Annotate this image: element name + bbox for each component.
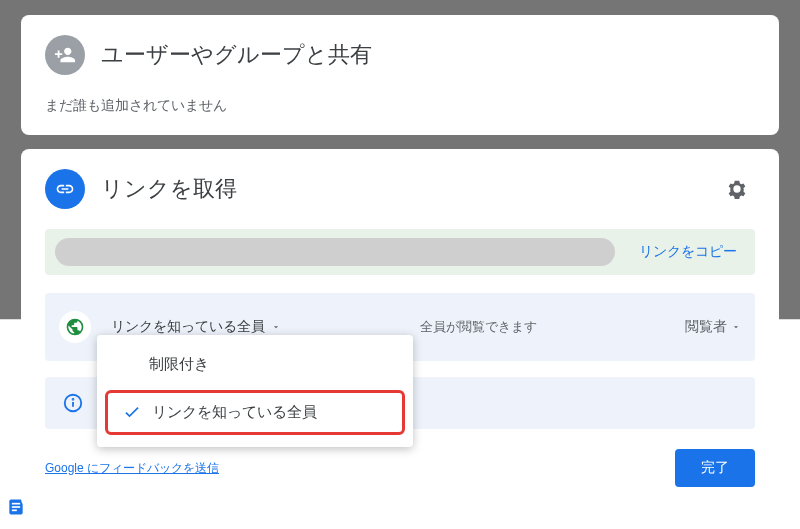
link-title: リンクを取得: [101, 174, 237, 204]
role-label: 閲覧者: [685, 318, 727, 336]
role-dropdown[interactable]: 閲覧者: [685, 318, 741, 336]
share-panel: ユーザーやグループと共有 まだ誰も追加されていません: [21, 15, 779, 135]
link-icon: [45, 169, 85, 209]
feedback-link[interactable]: Google にフィードバックを送信: [45, 460, 219, 477]
svg-rect-2: [12, 506, 20, 508]
access-scope-menu: 制限付き リンクを知っている全員: [97, 335, 413, 447]
footer-row: Google にフィードバックを送信 完了: [45, 449, 755, 487]
link-panel: リンクを取得 リンクをコピー リンクを知っている全員 全: [21, 149, 779, 507]
copy-link-button[interactable]: リンクをコピー: [627, 235, 749, 269]
svg-point-6: [73, 399, 74, 400]
menu-item-label: リンクを知っている全員: [152, 403, 317, 422]
dialog-container: ユーザーやグループと共有 まだ誰も追加されていません リンクを取得 リンクをコピ…: [21, 15, 779, 521]
person-add-icon: [45, 35, 85, 75]
share-title: ユーザーやグループと共有: [101, 40, 372, 70]
chevron-down-icon: [271, 319, 281, 335]
access-description: 全員が閲覧できます: [420, 318, 549, 336]
link-url-row: リンクをコピー: [45, 229, 755, 275]
menu-item-anyone[interactable]: リンクを知っている全員: [105, 390, 405, 435]
access-section: リンクを知っている全員 全員が閲覧できます 閲覧者 制限付き: [45, 293, 755, 361]
gear-icon[interactable]: [719, 171, 755, 207]
done-button[interactable]: 完了: [675, 449, 755, 487]
share-none-added: まだ誰も追加されていません: [45, 97, 755, 115]
svg-rect-3: [12, 510, 17, 512]
link-header: リンクを取得: [45, 169, 755, 209]
chevron-down-icon: [731, 319, 741, 335]
check-icon: [122, 401, 142, 424]
access-scope-label: リンクを知っている全員: [111, 318, 265, 336]
share-header: ユーザーやグループと共有: [45, 35, 755, 75]
svg-rect-1: [12, 503, 20, 505]
menu-item-restricted[interactable]: 制限付き: [97, 343, 413, 386]
info-icon: [61, 391, 85, 415]
menu-item-label: 制限付き: [149, 355, 209, 374]
globe-icon: [59, 311, 91, 343]
link-url-field[interactable]: [55, 238, 615, 266]
